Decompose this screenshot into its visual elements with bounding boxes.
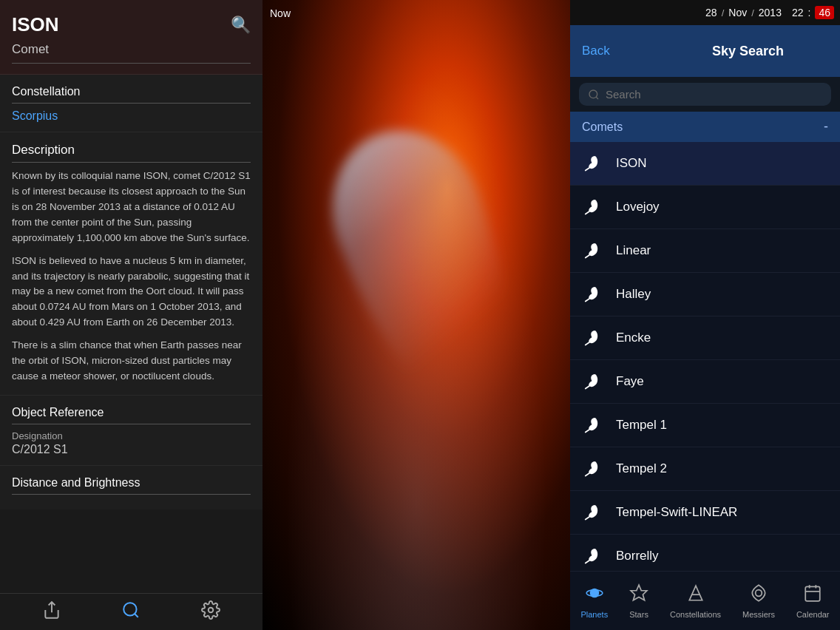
- date-day: 28: [705, 7, 717, 18]
- comet-item[interactable]: Borrelly: [570, 535, 840, 571]
- comet-icon: [582, 370, 606, 393]
- comet-icon: [582, 413, 606, 437]
- date-year: 2013: [759, 7, 782, 18]
- tab-planets-label: Planets: [580, 610, 608, 619]
- comet-item[interactable]: Tempel-Swift-LINEAR: [570, 491, 840, 535]
- svg-marker-9: [689, 586, 702, 600]
- svg-point-4: [589, 90, 597, 98]
- object-title: ISON: [12, 13, 59, 36]
- comets-header: Comets -: [570, 112, 840, 142]
- tab-calendar[interactable]: Calendar: [790, 580, 836, 622]
- search-bottom-icon[interactable]: [121, 600, 140, 624]
- comet-item[interactable]: Halley: [570, 273, 840, 316]
- svg-point-3: [209, 607, 214, 612]
- date-sep1: /: [722, 7, 725, 18]
- now-badge: Now: [270, 7, 291, 19]
- comet-name: Tempel 1: [616, 418, 667, 433]
- comet-item[interactable]: Lovejoy: [570, 186, 840, 229]
- comet-item[interactable]: Tempel 1: [570, 404, 840, 447]
- tab-calendar-label: Calendar: [796, 610, 830, 619]
- comet-name: Encke: [616, 331, 651, 345]
- comet-name: Halley: [616, 287, 651, 302]
- designation-label: Designation: [12, 430, 251, 441]
- sky-search-title: Sky Search: [712, 44, 784, 59]
- comet-name: Lovejoy: [616, 200, 660, 214]
- description-para-2: ISON is believed to have a nucleus 5 km …: [12, 254, 251, 331]
- right-panel: 28 / Nov / 2013 22 : 46 Back Sky Search …: [570, 0, 840, 630]
- tab-stars-label: Stars: [629, 610, 648, 619]
- description-title: Description: [12, 143, 251, 158]
- comet-icon: [582, 457, 606, 481]
- tab-constellations[interactable]: Constellations: [664, 580, 727, 622]
- svg-line-2: [135, 614, 139, 617]
- distance-section: Distance and Brightness: [0, 466, 262, 509]
- distance-label: Distance and Brightness: [12, 476, 251, 490]
- search-icon: [588, 89, 600, 101]
- object-reference-section: Object Reference Designation C/2012 S1: [0, 396, 262, 466]
- bottom-tab-bar: Planets Stars Constellations: [570, 571, 840, 630]
- comet-name: Linear: [616, 243, 651, 258]
- time-bar: 28 / Nov / 2013 22 : 46: [570, 0, 840, 25]
- svg-rect-12: [805, 586, 820, 601]
- comet-icon: [582, 239, 606, 262]
- object-reference-label: Object Reference: [12, 406, 251, 419]
- tab-messiers[interactable]: Messiers: [736, 580, 781, 622]
- svg-point-11: [756, 589, 762, 596]
- date-sep2: /: [751, 7, 754, 18]
- constellations-icon: [686, 583, 705, 607]
- object-header: ISON 🔍 Comet: [0, 0, 262, 75]
- time-hour: 22: [792, 7, 804, 18]
- time-sep: :: [808, 7, 811, 18]
- comet-icon: [582, 501, 606, 524]
- search-input[interactable]: [606, 88, 822, 101]
- comet-list: ISON Lovejoy Linear Halley Encke Faye Te…: [570, 142, 840, 571]
- svg-marker-8: [631, 585, 647, 600]
- comet-name: Tempel-Swift-LINEAR: [616, 505, 737, 520]
- comets-label: Comets: [582, 121, 623, 134]
- comet-item[interactable]: Faye: [570, 360, 840, 404]
- comets-collapse-btn[interactable]: -: [824, 119, 828, 135]
- comet-name: Tempel 2: [616, 461, 667, 476]
- tab-planets[interactable]: Planets: [575, 580, 614, 622]
- comet-item[interactable]: ISON: [570, 142, 840, 186]
- settings-icon[interactable]: [201, 600, 220, 624]
- description-para-3: There is a slim chance that when Earth p…: [12, 338, 251, 385]
- tab-constellations-label: Constellations: [670, 610, 721, 619]
- designation-value: C/2012 S1: [12, 443, 251, 456]
- constellation-label: Constellation: [12, 85, 251, 98]
- description-text: Known by its colloquial name ISON, comet…: [12, 169, 251, 385]
- left-bottom-toolbar: [0, 593, 262, 630]
- magnify-icon[interactable]: 🔍: [231, 16, 251, 35]
- calendar-icon: [803, 583, 822, 607]
- share-icon[interactable]: [42, 600, 61, 624]
- comet-icon: [582, 152, 606, 175]
- left-panel: ISON 🔍 Comet Constellation Scorpius Desc…: [0, 0, 262, 630]
- date-month: Nov: [728, 7, 747, 18]
- comet-icon: [582, 544, 606, 568]
- tab-messiers-label: Messiers: [742, 610, 775, 619]
- description-para-1: Known by its colloquial name ISON, comet…: [12, 169, 251, 246]
- comet-icon: [582, 195, 606, 219]
- comet-icon: [582, 282, 606, 306]
- comet-name: ISON: [616, 156, 647, 171]
- time-min: 46: [815, 6, 834, 19]
- constellation-section: Constellation Scorpius: [0, 75, 262, 132]
- comet-item[interactable]: Linear: [570, 229, 840, 273]
- sky-view: Now: [262, 0, 570, 630]
- constellation-value[interactable]: Scorpius: [12, 109, 251, 123]
- search-bar[interactable]: [570, 77, 840, 112]
- comet-item[interactable]: Tempel 2: [570, 447, 840, 491]
- comet-name: Faye: [616, 374, 644, 389]
- stars-icon: [629, 583, 648, 607]
- messiers-icon: [749, 583, 768, 607]
- comet-item[interactable]: Encke: [570, 316, 840, 360]
- description-section: Description Known by its colloquial name…: [0, 132, 262, 396]
- svg-line-5: [596, 97, 598, 99]
- svg-point-1: [124, 603, 137, 615]
- right-header: Back Sky Search: [570, 25, 840, 77]
- tab-stars[interactable]: Stars: [623, 580, 654, 622]
- planets-icon: [585, 583, 604, 607]
- comet-icon: [582, 326, 606, 350]
- comet-name: Borrelly: [616, 549, 659, 563]
- back-button[interactable]: Back: [582, 44, 610, 58]
